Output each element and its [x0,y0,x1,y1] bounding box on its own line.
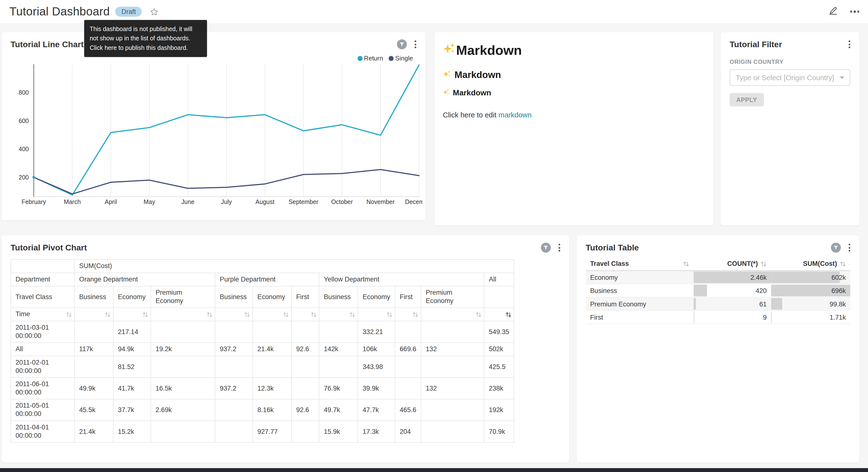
pivot-dim-label: Department [11,273,74,286]
pivot-cell: 465.6 [395,399,421,421]
svg-text:600: 600 [19,117,29,124]
pivot-sort-cell [319,308,358,321]
pivot-cell [291,356,319,377]
filter-indicator-icon[interactable] [831,243,841,253]
pivot-col-header: Business [319,286,358,308]
svg-text:July: July [221,198,232,205]
pivot-col-header: First [395,286,421,308]
sort-icon[interactable] [386,311,393,318]
sort-icon[interactable] [840,261,846,267]
sort-icon[interactable] [761,261,767,267]
pivot-row: All117k94.9k19.2k937.221.4k92.6142k106k6… [11,343,514,356]
table-cell-count: 61 [694,297,771,311]
pivot-cell: 39.9k [358,378,395,399]
select-placeholder: Type or Select [Origin Country] [736,73,834,82]
pivot-cell: 15.9k [319,421,358,442]
pivot-cell: 94.9k [113,343,151,356]
table-cell-travel-class: Premium Economy [586,297,693,311]
filter-indicator-icon[interactable] [397,39,407,50]
kebab-menu-icon[interactable] [846,39,852,50]
pivot-cell: 937.2 [215,343,253,356]
pivot-cell: 217.14 [113,321,151,343]
data-table: Travel ClassCOUNT(*)SUM(Cost)Economy2.46… [586,257,850,324]
svg-text:February: February [22,198,46,205]
pivot-cell: 70.9k [484,421,514,442]
column-header-count[interactable]: COUNT(*) [694,257,771,270]
sort-icon[interactable] [142,311,148,318]
edit-pencil-icon[interactable] [828,6,838,18]
pivot-sort-cell [421,308,484,321]
pivot-card-title: Tutorial Pivot Chart [10,243,87,252]
sort-icon[interactable] [683,261,689,267]
pivot-col-group: All [484,273,514,286]
sort-icon[interactable] [105,311,111,318]
markdown-heading-small: Markdown [443,88,706,97]
pivot-measure-row: SUM(Cost) [11,260,514,273]
pivot-col-header: Economy [253,286,291,308]
sort-icon[interactable] [475,311,482,318]
pivot-cell: 549.35 [484,321,514,343]
pivot-cell: 927.77 [253,421,291,442]
pivot-cell: 8.16k [253,399,291,421]
svg-text:200: 200 [19,174,29,181]
page-title: Tutorial Dashboard [9,5,110,18]
pivot-sort-cell [358,308,395,321]
pivot-cell [319,321,358,343]
origin-country-select[interactable]: Type or Select [Origin Country] [730,69,850,86]
bottom-bar [0,468,868,472]
sort-icon[interactable] [206,311,213,318]
pivot-cell [395,356,421,377]
svg-text:November: November [367,198,395,205]
pivot-cell [215,399,253,421]
pivot-cell: 2.69k [151,399,215,421]
pivot-table: SUM(Cost)DepartmentOrange DepartmentPurp… [10,259,514,443]
pivot-row: 2011-04-01 00:00:0021.4k15.2k927.7715.9k… [11,421,514,442]
line-chart[interactable]: 200400600800FebruaryMarchAprilMayJuneJul… [2,61,423,211]
pivot-cell: 17.3k [358,421,395,442]
sort-icon[interactable] [244,311,250,318]
pivot-cell [253,356,291,377]
kebab-menu-icon[interactable] [846,243,852,253]
column-header-travel-class[interactable]: Travel Class [586,257,693,270]
pivot-sort-cell [151,308,215,321]
draft-badge[interactable]: Draft [115,7,142,17]
sort-icon[interactable] [66,311,72,318]
table-cell-sum: 696k [771,284,850,297]
pivot-colgroup-row: DepartmentOrange DepartmentPurple Depart… [11,273,514,286]
ellipsis-menu-icon[interactable] [850,11,859,13]
pivot-col-header: Premium Economy [151,286,215,308]
legend-item[interactable]: Single [389,55,413,61]
legend-item[interactable]: Return [357,55,383,61]
pivot-cell: 41.7k [113,378,151,399]
pivot-cell: 132 [421,378,484,399]
table-row: Premium Economy6199.8k [586,297,850,311]
chevron-down-icon [840,76,844,79]
table-cell-count: 9 [694,311,771,324]
sort-icon[interactable] [505,311,512,318]
star-icon[interactable] [150,7,159,17]
pivot-cell: 49.9k [74,378,113,399]
count-bar [694,285,707,296]
table-row: First91.71k [586,311,850,324]
pivot-cell [395,378,421,399]
svg-text:December: December [405,198,422,205]
markdown-edit-link[interactable]: markdown [499,111,532,119]
pivot-cell [151,421,215,442]
table-cell-travel-class: First [586,311,693,324]
kebab-menu-icon[interactable] [556,243,562,253]
sort-icon[interactable] [349,311,355,318]
chart-legend: ReturnSingle [357,55,413,61]
sort-icon[interactable] [412,311,418,318]
kebab-menu-icon[interactable] [412,39,418,50]
apply-button[interactable]: APPLY [730,93,764,107]
table-cell-count: 420 [694,284,771,297]
pivot-cell [421,321,484,343]
sort-icon[interactable] [311,311,317,318]
pivot-cell: 343.98 [358,356,395,377]
pivot-row-label: 2011-04-01 00:00:00 [11,421,74,442]
filter-indicator-icon[interactable] [541,243,551,253]
pivot-cell [253,321,291,343]
pivot-cell: 19.2k [151,343,215,356]
sort-icon[interactable] [283,311,289,318]
column-header-sum[interactable]: SUM(Cost) [771,257,850,270]
